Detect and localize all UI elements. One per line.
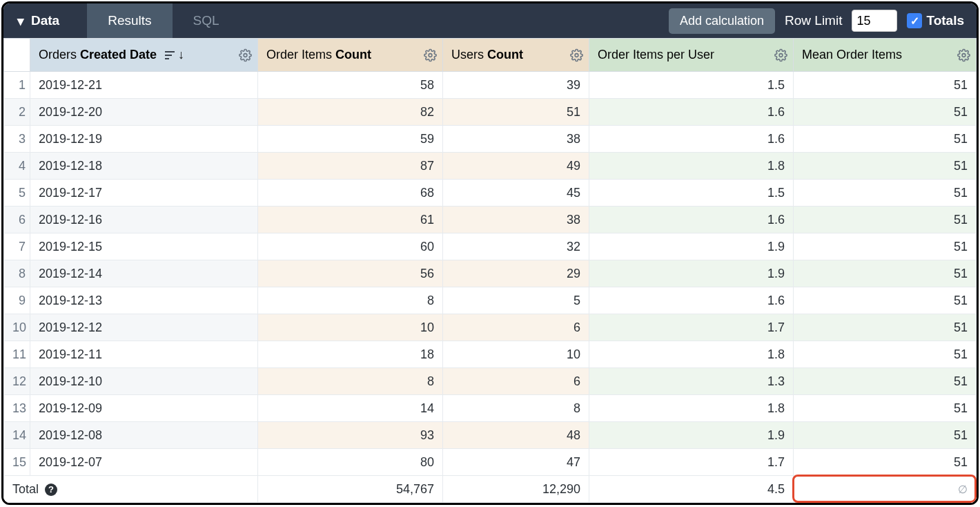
column-header-order-items-per-user[interactable]: Order Items per User [589,39,794,72]
cell-per-user[interactable]: 1.6 [589,99,794,126]
cell-per-user[interactable]: 1.3 [589,368,794,395]
svg-point-7 [962,53,966,57]
cell-users[interactable]: 39 [443,72,589,99]
cell-per-user[interactable]: 1.6 [589,126,794,153]
cell-users[interactable]: 5 [443,287,589,314]
cell-order-items[interactable]: 60 [258,233,443,260]
cell-order-items[interactable]: 68 [258,180,443,207]
rownum-header [4,39,30,72]
cell-order-items[interactable]: 8 [258,287,443,314]
cell-mean[interactable]: 51 [794,314,977,341]
gear-icon[interactable] [424,48,437,61]
cell-date[interactable]: 2019-12-17 [30,180,258,207]
cell-date[interactable]: 2019-12-14 [30,260,258,287]
cell-per-user[interactable]: 1.9 [589,260,794,287]
cell-order-items[interactable]: 59 [258,126,443,153]
cell-order-items[interactable]: 82 [258,99,443,126]
cell-date[interactable]: 2019-12-16 [30,207,258,233]
cell-users[interactable]: 6 [443,368,589,395]
cell-order-items[interactable]: 56 [258,260,443,287]
gear-icon[interactable] [957,48,970,61]
cell-order-items[interactable]: 8 [258,368,443,395]
row-number: 2 [4,99,30,126]
cell-users[interactable]: 10 [443,341,589,368]
cell-per-user[interactable]: 1.6 [589,287,794,314]
cell-mean[interactable]: 51 [794,233,977,260]
cell-per-user[interactable]: 1.9 [589,233,794,260]
gear-icon[interactable] [239,48,252,61]
cell-users[interactable]: 48 [443,422,589,449]
caret-down-icon: ▾ [17,13,24,29]
cell-mean[interactable]: 51 [794,153,977,180]
cell-mean[interactable]: 51 [794,395,977,422]
cell-date[interactable]: 2019-12-11 [30,341,258,368]
column-header-order-items-count[interactable]: Order Items Count [258,39,443,72]
gear-icon[interactable] [570,48,583,61]
cell-users[interactable]: 29 [443,260,589,287]
cell-users[interactable]: 47 [443,449,589,476]
tab-sql[interactable]: SQL [173,3,240,38]
row-number: 11 [4,341,30,368]
totals-toggle[interactable]: ✓ Totals [907,13,964,28]
cell-date[interactable]: 2019-12-08 [30,422,258,449]
cell-order-items[interactable]: 61 [258,207,443,233]
svg-point-5 [575,53,578,57]
cell-mean[interactable]: 51 [794,449,977,476]
gear-icon[interactable] [774,48,787,61]
cell-date[interactable]: 2019-12-10 [30,368,258,395]
cell-order-items[interactable]: 80 [258,449,443,476]
cell-mean[interactable]: 51 [794,126,977,153]
cell-date[interactable]: 2019-12-20 [30,99,258,126]
cell-per-user[interactable]: 1.7 [589,449,794,476]
cell-order-items[interactable]: 18 [258,341,443,368]
cell-mean[interactable]: 51 [794,287,977,314]
table-row: 22019-12-2082511.651 [4,99,977,126]
cell-order-items[interactable]: 14 [258,395,443,422]
cell-users[interactable]: 8 [443,395,589,422]
cell-mean[interactable]: 51 [794,341,977,368]
cell-mean[interactable]: 51 [794,422,977,449]
column-header-mean-order-items[interactable]: Mean Order Items [794,39,977,72]
add-calculation-button[interactable]: Add calculation [669,8,775,34]
cell-per-user[interactable]: 1.6 [589,207,794,233]
cell-per-user[interactable]: 1.8 [589,153,794,180]
cell-users[interactable]: 38 [443,126,589,153]
cell-order-items[interactable]: 10 [258,314,443,341]
cell-date[interactable]: 2019-12-19 [30,126,258,153]
help-icon[interactable]: ? [45,484,57,496]
cell-mean[interactable]: 51 [794,368,977,395]
cell-users[interactable]: 32 [443,233,589,260]
cell-users[interactable]: 51 [443,99,589,126]
cell-per-user[interactable]: 1.9 [589,422,794,449]
cell-users[interactable]: 38 [443,207,589,233]
totals-label-cell: Total ? [4,476,258,503]
cell-mean[interactable]: 51 [794,207,977,233]
cell-per-user[interactable]: 1.5 [589,180,794,207]
cell-per-user[interactable]: 1.8 [589,395,794,422]
column-header-users-count[interactable]: Users Count [443,39,589,72]
cell-mean[interactable]: 51 [794,180,977,207]
cell-date[interactable]: 2019-12-15 [30,233,258,260]
cell-mean[interactable]: 51 [794,72,977,99]
tab-data[interactable]: ▾ Data [3,3,87,38]
cell-users[interactable]: 6 [443,314,589,341]
cell-date[interactable]: 2019-12-09 [30,395,258,422]
cell-mean[interactable]: 51 [794,260,977,287]
cell-order-items[interactable]: 58 [258,72,443,99]
cell-date[interactable]: 2019-12-13 [30,287,258,314]
cell-date[interactable]: 2019-12-12 [30,314,258,341]
cell-date[interactable]: 2019-12-21 [30,72,258,99]
cell-per-user[interactable]: 1.7 [589,314,794,341]
cell-date[interactable]: 2019-12-07 [30,449,258,476]
cell-users[interactable]: 49 [443,153,589,180]
row-limit-input[interactable] [852,10,897,32]
cell-mean[interactable]: 51 [794,99,977,126]
cell-users[interactable]: 45 [443,180,589,207]
tab-results[interactable]: Results [87,3,172,38]
cell-order-items[interactable]: 93 [258,422,443,449]
cell-per-user[interactable]: 1.5 [589,72,794,99]
cell-per-user[interactable]: 1.8 [589,341,794,368]
cell-date[interactable]: 2019-12-18 [30,153,258,180]
cell-order-items[interactable]: 87 [258,153,443,180]
column-header-created-date[interactable]: Orders Created Date ↓ [30,39,258,72]
